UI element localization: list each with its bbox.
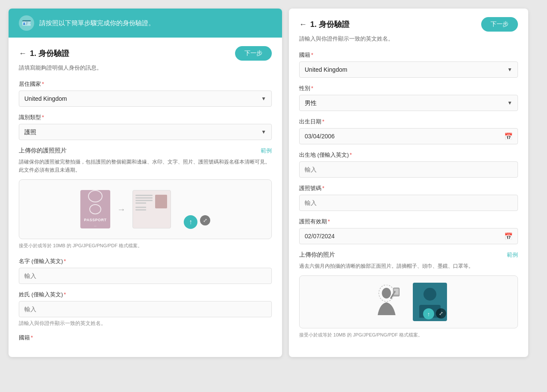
- dob-input-wrapper[interactable]: 📅: [299, 128, 518, 144]
- residence-select[interactable]: United Kingdom: [19, 91, 271, 106]
- passport-no-input[interactable]: [299, 195, 518, 211]
- dob-input[interactable]: [299, 128, 518, 144]
- passport-expiry-label: 護照有效期*: [299, 218, 518, 225]
- passport-no-label: 護照號碼*: [299, 184, 518, 192]
- banner-text: 請按照以下簡單步驟完成你的身份驗證。: [39, 19, 155, 27]
- arrow-right-icon: →: [117, 205, 126, 214]
- photo-upload-footer: 接受小於或等於 10MB 的 JPG/JPEG/PNG/PDF 格式檔案。: [299, 332, 518, 338]
- right-page-title: 1. 身份驗證: [310, 19, 350, 29]
- id-photo-container: ↑ ⤢: [413, 283, 447, 321]
- selfie-svg: [370, 285, 404, 319]
- residence-select-wrapper[interactable]: United Kingdom ▼: [19, 91, 272, 107]
- banner-icon: 🪪: [19, 15, 34, 31]
- photo-upload-title: 上傳你的照片: [299, 251, 335, 259]
- passport-expiry-field: 護照有效期* 📅: [299, 218, 518, 244]
- first-name-field: 名字 (僅輸入英文)*: [19, 257, 272, 284]
- passport-expiry-wrapper[interactable]: 📅: [299, 228, 518, 244]
- passport-upload-title: 上傳你的護照照片: [19, 147, 67, 155]
- first-name-input[interactable]: [19, 268, 272, 284]
- nationality-field-left: 國籍*: [19, 334, 272, 342]
- id-type-field: 識別類型* 護照 ▼: [19, 114, 272, 140]
- id-photo-head: [423, 288, 436, 301]
- left-subtitle: 請填寫能夠證明個人身份的訊息。: [19, 64, 272, 72]
- name-hint: 請輸入與你證件顯示一致的英文姓名。: [19, 320, 272, 327]
- gender-select[interactable]: 男性: [300, 95, 518, 111]
- passport-upload-footer: 接受小於或等於 10MB 的 JPG/JPEG/PNG/PDF 格式檔案。: [19, 243, 272, 249]
- gender-label: 性別*: [299, 85, 518, 92]
- right-title-group: ← 1. 身份驗證: [299, 19, 350, 29]
- right-page-header: ← 1. 身份驗證 下一步: [299, 17, 518, 32]
- photo-upload-section: 上傳你的照片 範例 過去六個月內拍攝的清晰的臉部正面照片。請摘帽子、頭巾、墨鏡、…: [299, 251, 518, 338]
- passport-expiry-input[interactable]: [299, 228, 518, 244]
- passport-upload-area[interactable]: PASSPORT ∙∙ →: [19, 179, 272, 239]
- left-title-group: ← 1. 身份驗證: [19, 48, 69, 59]
- left-page-header: ← 1. 身份驗證 下一步: [19, 46, 272, 61]
- svg-point-0: [382, 288, 391, 298]
- left-page-title: 1. 身份驗證: [30, 48, 69, 59]
- nationality-label-left: 國籍*: [19, 334, 272, 342]
- left-panel: 🪪 請按照以下簡單步驟完成你的身份驗證。 ← 1. 身份驗證 下一步 請填寫能夠…: [9, 9, 282, 357]
- photo-example-link[interactable]: 範例: [507, 251, 518, 259]
- right-subtitle: 請輸入與你證件顯示一致的英文姓名。: [299, 35, 518, 43]
- first-name-label: 名字 (僅輸入英文)*: [19, 257, 272, 265]
- passport-illustration: PASSPORT ∙∙ →: [80, 190, 171, 228]
- last-name-field: 姓氏 (僅輸入英文)* 請輸入與你證件顯示一致的英文姓名。: [19, 291, 272, 327]
- photo-upload-desc: 過去六個月內拍攝的清晰的臉部正面照片。請摘帽子、頭巾、墨鏡、口罩等。: [299, 262, 518, 270]
- last-name-label: 姓氏 (僅輸入英文)*: [19, 291, 272, 298]
- passport-upload-button[interactable]: ↑: [184, 215, 197, 229]
- passport-book-closed: PASSPORT ∙∙: [80, 190, 110, 228]
- id-type-label: 識別類型*: [19, 114, 272, 121]
- passport-lines: [135, 195, 153, 211]
- residence-field: 居住國家* United Kingdom ▼: [19, 80, 272, 107]
- passport-upload-header: 上傳你的護照照片 範例: [19, 147, 272, 155]
- residence-label: 居住國家*: [19, 80, 272, 88]
- id-type-select[interactable]: 護照: [19, 124, 271, 140]
- nationality-select[interactable]: United Kingdom: [300, 62, 518, 77]
- last-name-input[interactable]: [19, 301, 272, 317]
- left-next-button[interactable]: 下一步: [235, 46, 272, 61]
- passport-example-link[interactable]: 範例: [261, 147, 272, 155]
- passport-photo: [155, 195, 167, 208]
- birthplace-input[interactable]: [299, 161, 518, 178]
- birthplace-label: 出生地 (僅輸入英文)*: [299, 151, 518, 159]
- nationality-label-right: 國籍*: [299, 51, 518, 59]
- photo-expand-button[interactable]: ⤢: [436, 308, 446, 319]
- passport-open: [132, 190, 171, 228]
- right-next-button[interactable]: 下一步: [481, 17, 518, 32]
- photo-upload-area[interactable]: ↑ ⤢: [299, 275, 518, 328]
- nationality-select-wrapper[interactable]: United Kingdom ▼: [299, 61, 518, 78]
- nationality-field-right: 國籍* United Kingdom ▼: [299, 51, 518, 78]
- birthplace-field: 出生地 (僅輸入英文)*: [299, 151, 518, 178]
- selfie-illustration: [370, 285, 404, 319]
- back-arrow-left[interactable]: ←: [19, 49, 26, 58]
- gender-field: 性別* 男性 ▼: [299, 85, 518, 111]
- photo-upload-header: 上傳你的照片 範例: [299, 251, 518, 259]
- id-type-select-wrapper[interactable]: 護照 ▼: [19, 124, 272, 140]
- back-arrow-right[interactable]: ←: [299, 20, 307, 29]
- passport-expand-button[interactable]: ⤢: [200, 215, 210, 225]
- gender-select-wrapper[interactable]: 男性 ▼: [299, 95, 518, 111]
- passport-upload-desc: 請確保你的護照被完整拍攝，包括護照的整個範圍和邊緣、水印、文字、照片、護照號碼和…: [19, 158, 272, 174]
- photo-upload-button[interactable]: ↑: [423, 308, 434, 319]
- dob-field: 出生日期* 📅: [299, 118, 518, 144]
- banner: 🪪 請按照以下簡單步驟完成你的身份驗證。: [9, 9, 282, 38]
- passport-no-field: 護照號碼*: [299, 184, 518, 211]
- right-panel: ← 1. 身份驗證 下一步 請輸入與你證件顯示一致的英文姓名。 國籍* Unit…: [289, 9, 528, 357]
- dob-label: 出生日期*: [299, 118, 518, 126]
- passport-upload-section: 上傳你的護照照片 範例 請確保你的護照被完整拍攝，包括護照的整個範圍和邊緣、水印…: [19, 147, 272, 249]
